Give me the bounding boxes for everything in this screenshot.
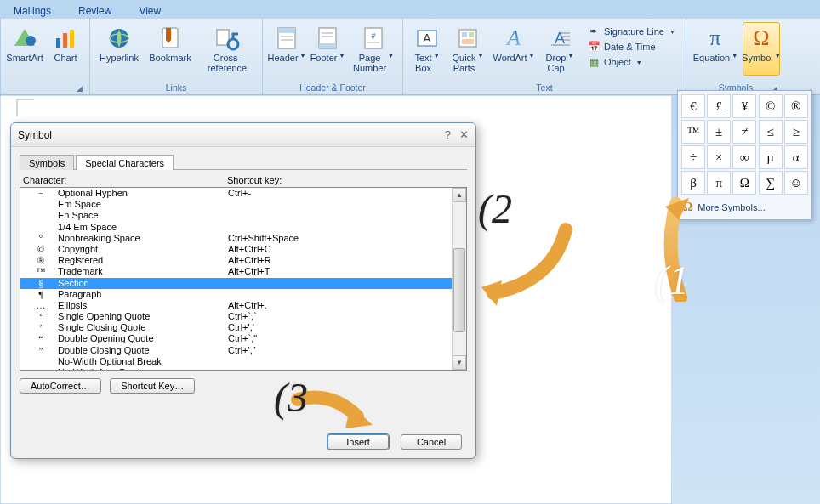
drop-cap-icon: A [546, 25, 573, 52]
character-list[interactable]: ¬Optional HyphenCtrl+-Em SpaceEn Space1/… [20, 187, 467, 371]
symbol-cell-1[interactable]: £ [707, 94, 731, 118]
list-item[interactable]: ™TrademarkAlt+Ctrl+T [20, 266, 452, 277]
list-item[interactable]: No-Width Optional Break [20, 356, 452, 367]
symbol-cell-15[interactable]: β [681, 171, 705, 195]
help-button[interactable]: ? [445, 128, 451, 141]
symbol-cell-11[interactable]: × [707, 145, 731, 169]
scroll-down-button[interactable]: ▼ [453, 355, 466, 370]
symbol-cell-4[interactable]: ® [784, 94, 808, 118]
symbol-dropdown-panel: €£¥©®™±≠≤≥÷×∞µαβπΩ∑☺ Ω More Symbols... [677, 90, 812, 220]
insert-button[interactable]: Insert [327, 434, 389, 450]
cross-reference-button[interactable]: Cross-reference [197, 22, 257, 76]
list-item[interactable]: ’Single Closing QuoteCtrl+',' [20, 322, 452, 333]
shortcut-key-button[interactable]: Shortcut Key… [110, 378, 195, 394]
text-box-button[interactable]: A Text Box▼ [408, 22, 446, 76]
symbol-button[interactable]: Ω Symbol▼ [743, 22, 780, 76]
list-item[interactable]: ¬Optional HyphenCtrl+- [20, 188, 452, 199]
symbol-cell-3[interactable]: © [759, 94, 783, 118]
text-small-buttons: ✒Signature Line▼ 📅Date & Time ▦Object▼ [582, 22, 680, 71]
header-button[interactable]: Header▼ [268, 22, 305, 76]
symbol-cell-8[interactable]: ≤ [759, 120, 783, 144]
list-item[interactable]: 1/4 Em Space [20, 222, 452, 233]
list-item[interactable]: ©CopyrightAlt+Ctrl+C [20, 244, 452, 255]
symbol-cell-9[interactable]: ≥ [784, 120, 808, 144]
list-item[interactable]: “Double Opening QuoteCtrl+`," [20, 333, 452, 344]
dialog-titlebar[interactable]: Symbol ? ✕ [11, 123, 475, 147]
list-item[interactable]: ¶Paragraph [20, 289, 452, 300]
tab-symbols[interactable]: Symbols [20, 155, 74, 170]
symbol-cell-13[interactable]: µ [759, 145, 783, 169]
symbol-cell-17[interactable]: Ω [732, 171, 756, 195]
cancel-button[interactable]: Cancel [401, 434, 462, 450]
symbol-cell-19[interactable]: ☺ [784, 171, 808, 195]
svg-rect-3 [63, 33, 67, 48]
list-item[interactable]: Em Space [20, 199, 452, 210]
list-item[interactable]: °Nonbreaking SpaceCtrl+Shift+Space [20, 233, 452, 244]
list-item[interactable]: ”Double Closing QuoteCtrl+'," [20, 345, 452, 356]
tab-mailings[interactable]: Mailings [5, 3, 60, 19]
list-item[interactable]: §Section [20, 278, 452, 289]
symbol-cell-7[interactable]: ≠ [732, 120, 756, 144]
wordart-button[interactable]: A WordArt▼ [490, 22, 538, 76]
cross-reference-icon [214, 25, 241, 52]
list-item[interactable]: …EllipsisAlt+Ctrl+. [20, 300, 452, 311]
dialog-launcher-icon[interactable]: ◢ [74, 84, 84, 94]
symbol-cell-6[interactable]: ± [707, 120, 731, 144]
svg-rect-27 [469, 32, 474, 37]
symbol-cell-18[interactable]: ∑ [759, 171, 783, 195]
list-item[interactable]: ‘Single Opening QuoteCtrl+`,` [20, 311, 452, 322]
list-item[interactable]: No-Width Non Break [20, 367, 452, 371]
symbol-cell-10[interactable]: ÷ [681, 145, 705, 169]
scrollbar[interactable]: ▲ ▼ [452, 188, 466, 370]
object-button[interactable]: ▦Object▼ [585, 54, 677, 70]
signature-icon: ✒ [587, 25, 601, 38]
drop-cap-button[interactable]: A Drop Cap▼ [541, 22, 578, 76]
list-item[interactable]: ®RegisteredAlt+Ctrl+R [20, 255, 452, 266]
scroll-up-button[interactable]: ▲ [453, 188, 466, 202]
symbol-icon: Ω [748, 25, 775, 52]
symbol-cell-12[interactable]: ∞ [732, 145, 756, 169]
hyperlink-button[interactable]: Hyperlink [95, 22, 143, 76]
footer-button[interactable]: Footer▼ [309, 22, 346, 76]
symbol-cell-2[interactable]: ¥ [732, 94, 756, 118]
close-button[interactable]: ✕ [459, 128, 469, 141]
signature-line-button[interactable]: ✒Signature Line▼ [585, 24, 677, 39]
svg-text:A: A [423, 31, 431, 45]
autocorrect-button[interactable]: AutoCorrect… [20, 378, 101, 394]
date-time-icon: 📅 [587, 40, 601, 54]
equation-button[interactable]: π Equation▼ [692, 22, 739, 76]
dialog-tabs: Symbols Special Characters [20, 154, 467, 170]
globe-icon [105, 25, 133, 52]
symbol-cell-16[interactable]: π [707, 171, 731, 195]
bookmark-button[interactable]: Bookmark [146, 22, 194, 76]
quick-parts-button[interactable]: Quick Parts▼ [449, 22, 487, 76]
tab-review[interactable]: Review [70, 3, 120, 19]
svg-point-1 [26, 36, 36, 46]
wordart-icon: A [500, 25, 527, 52]
more-symbols-button[interactable]: Ω More Symbols... [681, 197, 808, 216]
svg-rect-2 [56, 38, 60, 48]
smartart-icon [11, 25, 38, 52]
tab-special-characters[interactable]: Special Characters [76, 155, 174, 170]
date-time-button[interactable]: 📅Date & Time [585, 39, 677, 54]
svg-rect-8 [166, 28, 171, 40]
symbol-cell-0[interactable]: € [681, 94, 705, 118]
smartart-button[interactable]: SmartArt [6, 22, 43, 76]
svg-rect-4 [70, 30, 74, 48]
symbol-cell-5[interactable]: ™ [681, 120, 705, 144]
tab-view[interactable]: View [130, 3, 169, 19]
symbol-cell-14[interactable]: α [784, 145, 808, 169]
svg-rect-26 [462, 32, 467, 37]
svg-text:A: A [555, 30, 565, 47]
chart-button[interactable]: Chart [47, 22, 84, 76]
list-item[interactable]: En Space [20, 210, 452, 221]
scroll-track[interactable] [453, 202, 466, 355]
scroll-thumb[interactable] [453, 248, 465, 332]
equation-icon: π [702, 25, 729, 52]
step-2-label: (2 [478, 185, 512, 232]
column-headers: Character: Shortcut key: [20, 175, 467, 187]
page-number-button[interactable]: # Page Number▼ [350, 22, 397, 76]
group-illustrations: SmartArt Chart ◢ [0, 19, 90, 94]
quick-parts-icon [454, 25, 481, 52]
symbol-dialog: Symbol ? ✕ Symbols Special Characters Ch… [10, 122, 476, 459]
